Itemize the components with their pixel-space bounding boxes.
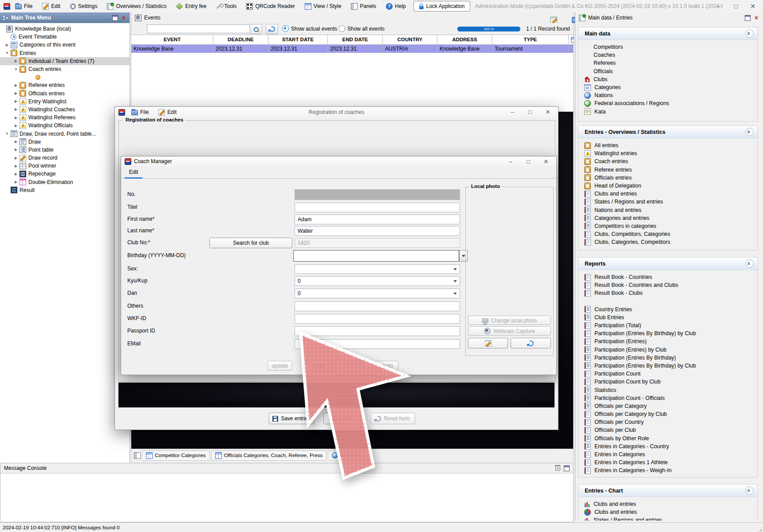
lock-application-button[interactable]: Lock Application: [413, 1, 471, 12]
expanded-arrow-icon[interactable]: ▼: [4, 51, 11, 55]
panel-layout-icon[interactable]: [134, 452, 141, 459]
birthday-combo[interactable]: [293, 250, 459, 262]
column-header-start-date[interactable]: START DATE: [268, 35, 328, 44]
minimize-button[interactable]: –: [711, 1, 726, 12]
menu-item-entry-fee[interactable]: Entry fee: [171, 0, 211, 12]
tree-item-entries[interactable]: ▼Entries: [0, 49, 130, 57]
nav-item-entries-in-categories-country[interactable]: Entries in Categories - Country: [578, 442, 757, 450]
nav-item-officials-per-country[interactable]: Officials per Country: [578, 418, 757, 426]
nav-item-entries-in-categories-1-athlete[interactable]: Entries in Categories 1 Athlete: [578, 458, 757, 466]
tree-item-draw[interactable]: ▶Draw: [0, 138, 130, 146]
nav-item-result-book-countries-and-clubs[interactable]: Result Book - Countries and Clubs: [578, 281, 757, 289]
nav-item-participation-count-by-club[interactable]: Participation Count by Club: [578, 378, 757, 386]
tree-item-officials-entries[interactable]: ▶Officials entries: [0, 90, 130, 98]
nav-item-referee-entries[interactable]: Referee entries: [578, 166, 757, 174]
combo-dan[interactable]: 0: [295, 289, 460, 298]
menu-item-panels[interactable]: Panels: [346, 0, 381, 12]
nav-item-participation-count-officials[interactable]: Participation Count - Officials: [578, 394, 757, 402]
collapsed-arrow-icon[interactable]: ▶: [12, 59, 20, 63]
registration-menu-edit[interactable]: Edit: [155, 107, 180, 117]
collapsed-arrow-icon[interactable]: ▶: [12, 180, 20, 184]
field-wkf-id[interactable]: [295, 314, 460, 324]
field-others[interactable]: [295, 301, 460, 311]
coach-manager-minimize-button[interactable]: –: [502, 157, 519, 167]
refresh-photo-button[interactable]: [511, 338, 551, 348]
registration-minimize-button[interactable]: –: [504, 107, 521, 117]
collapsed-arrow-icon[interactable]: ▶: [12, 172, 20, 176]
nav-item-result-book-clubs[interactable]: Result Book - Clubs: [578, 289, 757, 297]
nav-item-officials-per-category-by-club[interactable]: Officials per Category by Club: [578, 410, 757, 418]
right-panel-maximize-icon[interactable]: [745, 15, 751, 21]
collapsed-arrow-icon[interactable]: ▶: [12, 148, 20, 152]
tree-item-event-timetable[interactable]: Event Timetable: [0, 33, 130, 41]
nav-item-states-regions-and-entries[interactable]: States / Regions and entries: [578, 516, 757, 520]
nav-item-competitors[interactable]: Competitors: [578, 43, 757, 51]
collapsed-arrow-icon[interactable]: ▶: [12, 99, 20, 103]
menu-item-help[interactable]: Help: [381, 0, 411, 12]
tree-item-point-table[interactable]: ▶Point table: [0, 146, 130, 154]
collapsed-arrow-icon[interactable]: ▶: [12, 107, 20, 111]
collapse-chevron-icon[interactable]: [745, 259, 754, 268]
refresh-button[interactable]: [266, 24, 278, 34]
tree-item-coach-entries[interactable]: ▼Coach entries: [0, 65, 130, 73]
update-button[interactable]: update: [267, 361, 292, 371]
collapsed-arrow-icon[interactable]: ▶: [12, 124, 20, 128]
collapsed-arrow-icon[interactable]: ▶: [4, 43, 11, 47]
column-header-deadline[interactable]: DEADLINE: [213, 35, 268, 44]
nav-item-clubs-competitors-categories[interactable]: Clubs, Competitors, Categories: [578, 230, 757, 238]
collapse-chevron-icon[interactable]: [745, 128, 754, 136]
nav-item-participation-entries-by-club[interactable]: Participation (Entries) by Club: [578, 346, 757, 354]
column-header-type[interactable]: TYPE: [492, 35, 569, 44]
events-search-input[interactable]: [147, 24, 252, 33]
tree-item-bullet[interactable]: [0, 73, 130, 81]
menu-item-tools[interactable]: Tools: [211, 0, 241, 12]
maximize-button[interactable]: □: [728, 1, 743, 12]
close-button[interactable]: ✕: [745, 1, 760, 12]
nav-item-nations[interactable]: Nations: [578, 91, 757, 99]
nav-item-head-of-delegation[interactable]: Head of Delegation: [578, 182, 757, 190]
nav-item-clubs-and-entries[interactable]: Clubs and entries: [578, 508, 757, 516]
delete-button[interactable]: delete: [340, 361, 364, 371]
webcam-capture-button[interactable]: Webcam Capture: [468, 326, 551, 336]
save-entries-button[interactable]: Save entries: [269, 413, 314, 424]
nav-item-waitinglist-entries[interactable]: Waitinglist entries: [578, 149, 757, 157]
nav-item-referees[interactable]: Referees: [578, 59, 757, 67]
collapsed-arrow-icon[interactable]: ▶: [12, 140, 20, 144]
tree-close-icon[interactable]: [121, 15, 127, 21]
right-panel-close-icon[interactable]: [753, 15, 759, 21]
table-row[interactable]: Knowledge Base2023.12.312023.12.312023.1…: [131, 45, 573, 53]
menu-item-qrcode-reader[interactable]: QRCode Reader: [241, 0, 299, 12]
reset-form-button[interactable]: Reset form: [370, 413, 415, 424]
coach-manager-close-button[interactable]: ✕: [538, 157, 555, 167]
nav-item-result-book-countries[interactable]: Result Book - Countries: [578, 273, 757, 281]
tree-item-double-elimination[interactable]: ▶Double-Elimination: [0, 178, 130, 186]
tree-item-categories-of-this-event[interactable]: ▶Categories of this event: [0, 41, 130, 49]
column-header-address[interactable]: ADDRESS: [437, 35, 492, 44]
nav-item-entries-in-categories-weigh-in[interactable]: Entries in Categories - Weigh-In: [578, 466, 757, 474]
nav-item-officials-entries[interactable]: Officials entries: [578, 174, 757, 182]
registration-close-button[interactable]: ✕: [539, 107, 556, 117]
tree-item-entry-waitinglist[interactable]: ▶Entry Waitinglist: [0, 98, 130, 106]
change-local-photo-button[interactable]: Change local photo: [468, 316, 551, 325]
menu-item-overviews-statistics[interactable]: Overviews / Statistics: [102, 0, 171, 12]
field-titel[interactable]: [295, 203, 460, 212]
column-header-country[interactable]: COUNTRY: [383, 35, 437, 44]
tab-edit[interactable]: Edit: [126, 169, 142, 175]
nav-item-officials-per-club[interactable]: Officials per Club: [578, 426, 757, 434]
radio-show-all-events[interactable]: Show all events: [338, 25, 385, 32]
events-edit-icon[interactable]: [551, 17, 557, 23]
nav-item-competitors-in-categories[interactable]: Competitors in categories: [578, 222, 757, 230]
photo-button[interactable]: photo: [374, 361, 398, 371]
tree-item-draw-draw-record-point-table[interactable]: ▼Draw, Draw record, Point table...: [0, 129, 130, 137]
tree-item-waitinglist-officials[interactable]: ▶Waitinglist Officials: [0, 121, 130, 129]
club-no-field[interactable]: 1420: [295, 238, 460, 248]
registration-dialog-titlebar[interactable]: File Edit Registration of coaches – □ ✕: [115, 107, 558, 117]
expanded-arrow-icon[interactable]: ▼: [12, 67, 20, 71]
collapsed-arrow-icon[interactable]: ▶: [12, 83, 20, 87]
field-last-name[interactable]: Walter: [295, 226, 460, 236]
nav-item-clubs-and-entries[interactable]: Clubs and entries: [578, 500, 757, 508]
nav-item-nations-and-entries[interactable]: Nations and entries: [578, 206, 757, 214]
edit-photo-button[interactable]: [468, 338, 508, 348]
tree-item-waitinglist-referees[interactable]: ▶Waitinglist Referees: [0, 113, 130, 121]
tab-competitor-categories[interactable]: Competitor Categories: [142, 450, 210, 461]
